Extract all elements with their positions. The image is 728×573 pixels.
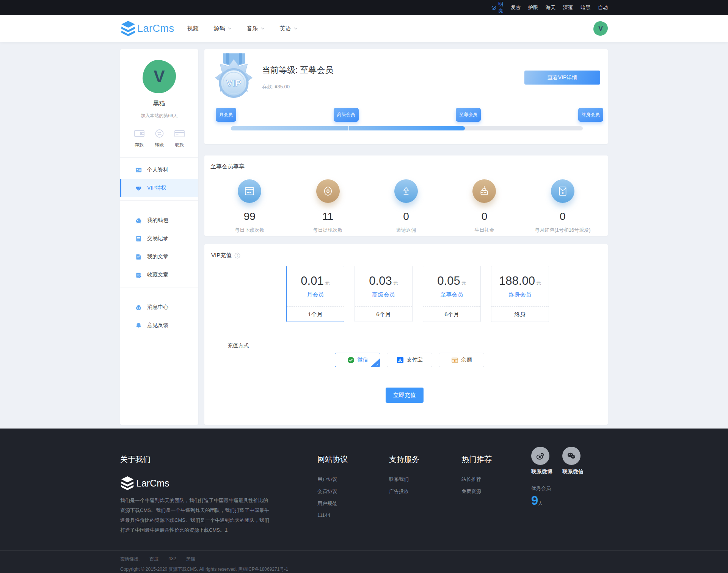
footer-hot-title: 热门推荐 <box>461 454 492 465</box>
theme-item-label: 明亮 <box>498 1 503 14</box>
theme-item-bright[interactable]: 明亮 <box>491 1 503 14</box>
footer-link-advertising[interactable]: 广告投放 <box>389 488 419 495</box>
deposit-value: ¥35.00 <box>275 84 290 89</box>
pay-wechat-button[interactable]: 微信 <box>335 353 380 367</box>
footer-logo-text: LarCms <box>136 478 169 489</box>
sidebar-item-label: 我的钱包 <box>147 217 168 224</box>
level-badge-supreme[interactable]: 至尊会员 <box>456 108 481 122</box>
sidebar-item-articles[interactable]: 我的文章 <box>120 248 198 266</box>
menu-group-assets: 我的钱包 交易记录 我的文章 收藏文章 <box>120 201 198 287</box>
deposit-text: 存款: ¥35.00 <box>262 83 333 90</box>
wallet-quick-actions: 存款 转账 取款 <box>120 129 198 158</box>
theme-item-dark[interactable]: 暗黑 <box>581 4 590 11</box>
footer-link-member-protocol[interactable]: 会员协议 <box>317 488 348 495</box>
pay-method-label: 微信 <box>358 356 368 363</box>
sidebar-item-messages[interactable]: 消息中心 <box>120 298 198 316</box>
excellent-member-count: 9人 <box>531 493 584 508</box>
menu-group-profile: 个人资料 VIP特权 <box>120 158 198 200</box>
footer-link-contact-us[interactable]: 联系我们 <box>389 476 419 483</box>
theme-item-eyecare[interactable]: 护眼 <box>528 4 538 11</box>
privileges-card: 至尊会员尊享 99 每日下载次数 11 每日提现次数 0 <box>204 155 608 236</box>
theme-item-auto[interactable]: 自动 <box>598 4 608 11</box>
sidebar-item-feedback[interactable]: 意见反馈 <box>120 316 198 334</box>
footer-about-description: 我们是一个牛逼到炸天的团队，我们打造了中国最牛逼最具性价比的资源下载CMS。我们… <box>120 496 271 535</box>
footer-link-user-protocol[interactable]: 用户协议 <box>317 476 348 483</box>
nav-label: 英语 <box>280 25 291 32</box>
invite-upload-icon <box>400 185 412 197</box>
theme-item-retro[interactable]: 复古 <box>511 4 521 11</box>
privilege-download: 99 每日下载次数 <box>210 179 289 234</box>
nav-item-video[interactable]: 视频 <box>187 25 199 32</box>
plan-supreme[interactable]: 0.05元 至尊会员 6个月 <box>423 266 481 322</box>
nav-item-music[interactable]: 音乐 <box>247 25 265 32</box>
sidebar-item-profile[interactable]: 个人资料 <box>120 161 198 179</box>
menu-group-messages: 消息中心 意见反馈 <box>120 287 198 338</box>
contact-weibo[interactable]: 联系微博 <box>531 447 552 475</box>
level-badge-senior[interactable]: 高级会员 <box>334 108 359 122</box>
pay-method-label: 余额 <box>461 356 472 363</box>
pay-alipay-button[interactable]: 支 支付宝 <box>387 353 432 367</box>
friend-link-432[interactable]: 432 <box>168 556 176 562</box>
privilege-redpacket: ¥ 0 每月红包(1号和16号派发) <box>524 179 602 234</box>
transfer-action[interactable]: 转账 <box>154 129 165 148</box>
friend-link-baidu[interactable]: 百度 <box>149 556 158 562</box>
plans-row: 0.01元 月会员 1个月 0.03元 高级会员 6个月 <box>286 266 601 322</box>
main-header: LarCms 视频 源码 音乐 英语 V <box>0 15 728 42</box>
level-badge-month[interactable]: 月会员 <box>216 108 236 122</box>
current-level-title: 当前等级: 至尊会员 <box>262 64 333 76</box>
sidebar-item-transactions[interactable]: 交易记录 <box>120 229 198 248</box>
theme-bar: 明亮 复古 护眼 海天 深邃 暗黑 自动 <box>0 0 728 15</box>
privilege-label: 每月红包(1号和16号派发) <box>524 227 602 234</box>
footer-link-webmaster-recommend[interactable]: 站长推荐 <box>461 476 492 483</box>
help-icon[interactable]: ? <box>234 253 240 259</box>
member-count-unit: 人 <box>538 501 543 506</box>
level-badge-lifetime[interactable]: 终身会员 <box>578 108 603 122</box>
footer-protocol-title: 网站协议 <box>317 454 348 465</box>
footer-link-user-rules[interactable]: 用户规范 <box>317 500 348 507</box>
id-card-icon <box>135 167 142 173</box>
contact-weibo-label: 联系微博 <box>531 468 552 475</box>
sidebar-item-wallet[interactable]: 我的钱包 <box>120 211 198 229</box>
footer-link-free-resources[interactable]: 免费资源 <box>461 488 492 495</box>
theme-item-sea[interactable]: 海天 <box>546 4 555 11</box>
sidebar-item-favorites[interactable]: 收藏文章 <box>120 266 198 284</box>
privilege-value: 0 <box>367 210 445 223</box>
nav-item-english[interactable]: 英语 <box>280 25 298 32</box>
layers-logo-icon <box>120 20 136 36</box>
vip-medal: VIP <box>209 53 259 105</box>
sidebar-item-vip[interactable]: VIP特权 <box>120 179 198 197</box>
plan-lifetime[interactable]: 188.00元 终身会员 终身 <box>491 266 549 322</box>
privilege-value: 0 <box>524 210 602 223</box>
friend-link-heimao[interactable]: 黑猫 <box>186 556 195 562</box>
user-avatar[interactable]: V <box>593 21 608 36</box>
main-nav: 视频 源码 音乐 英语 <box>187 25 298 32</box>
money-bag-icon <box>135 304 142 311</box>
plan-name: 高级会员 <box>372 291 395 298</box>
pay-method-label: 支付宝 <box>407 356 423 363</box>
plan-senior[interactable]: 0.03元 高级会员 6个月 <box>355 266 413 322</box>
theme-item-deep[interactable]: 深邃 <box>563 4 573 11</box>
nav-item-source[interactable]: 源码 <box>214 25 232 32</box>
footer-link-11144[interactable]: 11144 <box>317 512 348 518</box>
contact-wechat[interactable]: 联系微信 <box>562 447 584 475</box>
sidebar-item-label: VIP特权 <box>147 185 166 192</box>
privilege-label: 生日礼金 <box>445 227 523 234</box>
pay-balance-button[interactable]: 余额 <box>439 353 484 367</box>
wechat-icon <box>566 451 576 461</box>
recharge-now-button[interactable]: 立即充值 <box>386 388 424 403</box>
vip-diamond-icon <box>135 185 142 192</box>
member-count-number: 9 <box>531 493 538 507</box>
chevron-down-icon <box>261 27 265 30</box>
privilege-value: 99 <box>210 210 289 223</box>
site-logo[interactable]: LarCms <box>120 20 174 36</box>
level-badges-row: 月会员 高级会员 至尊会员 终身会员 <box>216 108 603 122</box>
level-progress-tick <box>348 126 349 130</box>
withdraw-action[interactable]: 取款 <box>174 129 185 148</box>
privilege-label: 邀请返佣 <box>367 227 445 234</box>
plan-unit: 元 <box>393 280 398 286</box>
footer-about: 关于我们 LarCms 我们是一个牛逼到炸天的团队，我们打造了中国最牛逼最具性价… <box>120 447 272 535</box>
deposit-action[interactable]: 存款 <box>134 129 144 148</box>
plan-month[interactable]: 0.01元 月会员 1个月 <box>286 266 344 322</box>
sidebar-item-label: 收藏文章 <box>147 272 168 278</box>
view-vip-detail-button[interactable]: 查看VIP详情 <box>524 71 600 85</box>
